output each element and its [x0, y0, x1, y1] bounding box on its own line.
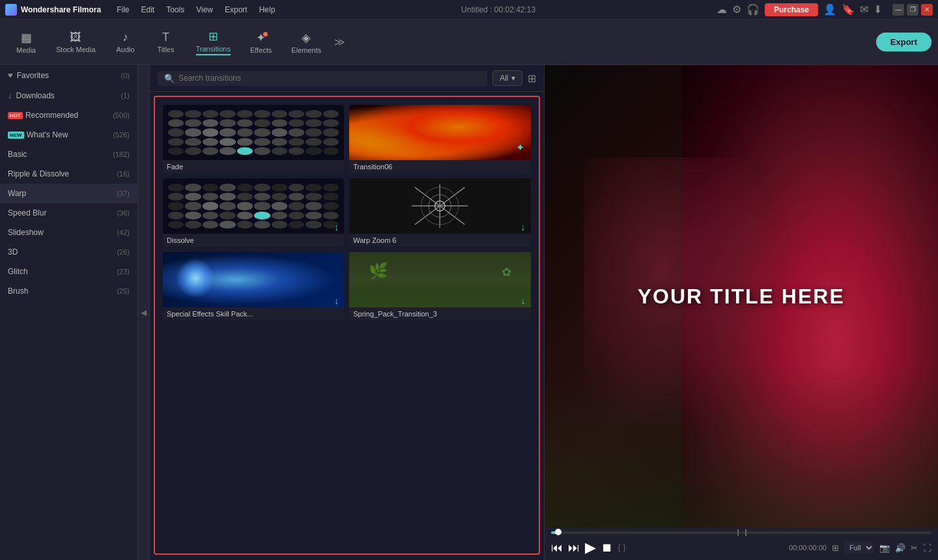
account-icon[interactable]: 👤: [823, 3, 836, 16]
sidebar-item-recommended[interactable]: HOT Recommended (500): [0, 105, 137, 125]
elements-icon: ◈: [302, 31, 311, 45]
titles-icon: T: [162, 31, 169, 44]
play-pause-button[interactable]: ▶: [585, 539, 596, 556]
volume-icon[interactable]: 🔊: [895, 543, 905, 553]
3d-count: (26): [117, 248, 130, 256]
close-button[interactable]: ✕: [921, 4, 933, 16]
toolbar-audio[interactable]: ♪ Audio: [106, 27, 145, 57]
stock-media-label: Stock Media: [56, 46, 96, 53]
warp-count: (37): [117, 189, 130, 197]
toolbar-titles[interactable]: T Titles: [147, 27, 186, 57]
fit-screen-icon[interactable]: ⊞: [832, 543, 839, 553]
fade-label: Fade: [163, 160, 344, 173]
menu-view[interactable]: View: [191, 4, 218, 16]
timecode-display: 00:00:00:00: [789, 544, 827, 552]
export-button[interactable]: Export: [876, 33, 931, 51]
transition-item-spring-pack[interactable]: 🌿 ✿ ↓ Spring_Pack_Transition_3: [349, 252, 530, 320]
seek-handle[interactable]: [555, 529, 561, 535]
menu-edit[interactable]: Edit: [135, 4, 160, 16]
menu-file[interactable]: File: [111, 4, 134, 16]
sidebar-item-warp[interactable]: Warp (37): [0, 184, 137, 203]
download-icon[interactable]: ⬇: [874, 3, 882, 16]
transition-item-special-effects[interactable]: ↓ Special Effects Skill Pack...: [163, 252, 344, 320]
mail-icon[interactable]: ✉: [860, 3, 868, 16]
favorites-icon: ♥: [8, 70, 13, 80]
speed-blur-count: (36): [117, 209, 130, 217]
new-badge: NEW: [8, 132, 24, 139]
menu-help[interactable]: Help: [254, 4, 281, 16]
cloud-icon[interactable]: ☁: [717, 3, 727, 16]
sidebar-item-brush[interactable]: Brush (25): [0, 281, 137, 301]
spring-pack-download-icon: ↓: [521, 296, 526, 306]
filter-label: All: [500, 74, 508, 83]
sidebar-item-speed-blur[interactable]: Speed Blur (36): [0, 203, 137, 223]
playback-row: ⏮ ⏭ ▶ ⏹ { } 00:00:00:00 ⊞ Full 1/2 1/4 📷: [551, 539, 932, 556]
glitch-count: (23): [117, 268, 130, 275]
transition-item-transition06[interactable]: ✦ Transition06: [349, 105, 530, 173]
main-toolbar: ▦ Media 🖼 Stock Media ♪ Audio T Titles ⊞…: [0, 20, 938, 65]
sidebar-item-whats-new[interactable]: NEW What's New (526): [0, 125, 137, 145]
dissolve-label: Dissolve: [163, 234, 344, 247]
toolbar-more-button[interactable]: ≫: [334, 36, 345, 48]
search-box[interactable]: 🔍: [158, 71, 487, 86]
main-area: ♥ Favorites (0) ↓ Downloads (1) HOT Reco…: [0, 65, 938, 560]
quality-select[interactable]: Full 1/2 1/4: [844, 542, 874, 553]
headset-icon[interactable]: 🎧: [746, 3, 760, 16]
sidebar-item-downloads[interactable]: ↓ Downloads (1): [0, 85, 137, 105]
toolbar-media[interactable]: ▦ Media: [7, 27, 46, 58]
menu-export[interactable]: Export: [220, 4, 253, 16]
media-label: Media: [16, 46, 36, 54]
stop-button[interactable]: ⏹: [601, 541, 613, 555]
fire-sparkle: ✦: [516, 141, 524, 154]
transition-item-warp-zoom-6[interactable]: ↓ Warp Zoom 6: [349, 178, 530, 247]
toolbar-effects[interactable]: ✦ Effects: [241, 27, 281, 58]
media-icon: ▦: [21, 31, 32, 45]
slideshow-count: (42): [117, 229, 130, 236]
audio-label: Audio: [116, 46, 134, 53]
downloads-icon: ↓: [8, 91, 12, 100]
sidebar-item-3d[interactable]: 3D (26): [0, 242, 137, 262]
left-panel: ♥ Favorites (0) ↓ Downloads (1) HOT Reco…: [0, 65, 138, 560]
audio-icon: ♪: [122, 31, 128, 44]
downloads-label: Downloads: [16, 91, 121, 100]
skip-back-button[interactable]: ⏮: [551, 541, 563, 555]
maximize-button[interactable]: ❐: [907, 4, 918, 16]
sidebar-item-favorites[interactable]: ♥ Favorites (0): [0, 65, 137, 85]
app-name: Wondershare Filmora: [21, 5, 101, 14]
brush-count: (25): [117, 287, 130, 295]
sidebar-item-ripple[interactable]: Ripple & Dissolve (16): [0, 164, 137, 184]
step-back-button[interactable]: ⏭: [568, 541, 580, 555]
fire-effect: [349, 105, 530, 160]
sidebar-item-glitch[interactable]: Glitch (23): [0, 262, 137, 281]
seek-bar[interactable]: [551, 531, 932, 534]
grid-view-button[interactable]: ⊞: [528, 72, 536, 85]
filter-button[interactable]: All ▾: [492, 70, 522, 86]
toolbar-transitions[interactable]: ⊞ Transitions: [187, 25, 240, 59]
snapshot-icon[interactable]: 📷: [879, 543, 890, 553]
title-bar-right: ☁ ⚙ 🎧 Purchase 👤 🔖 ✉ ⬇ — ❐ ✕: [717, 3, 933, 16]
bracket-marks: { }: [618, 543, 626, 552]
fade-thumbnail: [163, 105, 344, 160]
transition-item-fade[interactable]: Fade: [163, 105, 344, 173]
bookmark-icon[interactable]: 🔖: [842, 3, 855, 16]
collapse-panel-button[interactable]: ◀: [138, 65, 150, 560]
toolbar-elements[interactable]: ◈ Elements: [282, 27, 330, 58]
sidebar-item-slideshow[interactable]: Slideshow (42): [0, 223, 137, 242]
fullscreen-icon[interactable]: ⛶: [923, 543, 931, 553]
slideshow-label: Slideshow: [8, 228, 117, 237]
search-input[interactable]: [178, 74, 481, 83]
clip-icon[interactable]: ✂: [911, 543, 918, 553]
minimize-button[interactable]: —: [892, 4, 904, 16]
recommended-count: (500): [113, 111, 130, 119]
toolbar-stock-media[interactable]: 🖼 Stock Media: [47, 27, 105, 57]
settings-icon[interactable]: ⚙: [732, 3, 741, 16]
in-point-icon[interactable]: {: [618, 543, 621, 552]
glitch-label: Glitch: [8, 267, 117, 276]
menu-tools[interactable]: Tools: [161, 4, 190, 16]
purchase-button[interactable]: Purchase: [765, 3, 818, 16]
out-point-icon[interactable]: }: [623, 543, 626, 552]
transition-item-dissolve[interactable]: ↓ Dissolve: [163, 178, 344, 247]
sidebar-item-basic[interactable]: Basic (182): [0, 145, 137, 164]
warp-zoom-label: Warp Zoom 6: [349, 234, 530, 247]
special-effects-label: Special Effects Skill Pack...: [163, 307, 344, 320]
